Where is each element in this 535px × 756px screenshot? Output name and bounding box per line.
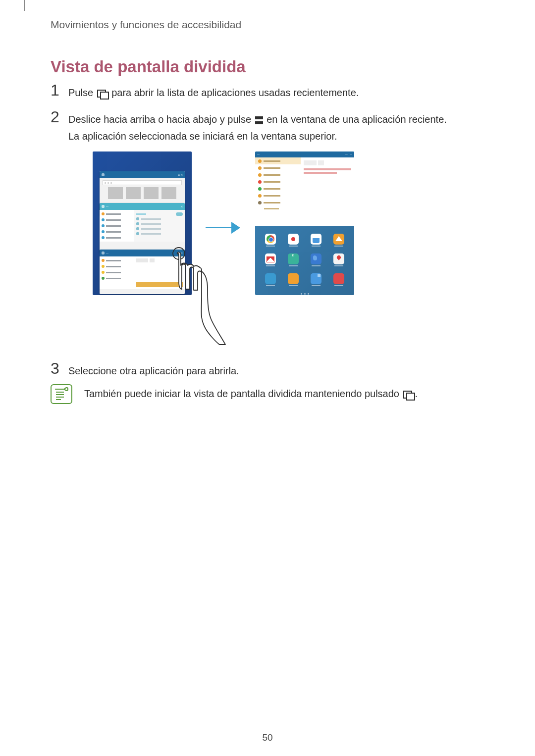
photos-icon [265,273,276,284]
chrome-icon [265,234,276,245]
recent-card-files: —▣ ✕ [100,250,185,294]
chat-icon [288,253,299,264]
split-view-illustration: —▣ ✕ —✕ [93,151,439,350]
note-icon [51,384,72,404]
app-selection-grid [255,228,354,295]
split-screen-icon [255,116,263,124]
right-app-header: —— — [255,151,354,157]
right-app-sidebar [255,151,301,226]
store-icon [311,234,321,245]
page-crop-mark [24,0,25,11]
gmail-icon [265,253,276,264]
page-header: Movimientos y funciones de accesibilidad [51,19,241,31]
note-pre: También puede iniciar la vista de pantal… [84,388,402,399]
step-1-pre: Pulse [68,87,96,98]
step-2-line1-pre: Deslice hacia arriba o hacia abajo y pul… [68,114,254,125]
step-2-line1-post: en la ventana de una aplicación reciente… [264,114,447,125]
recent-apps-icon [403,391,414,398]
step-2: 2 Deslice hacia arriba o hacia abajo y p… [51,108,447,145]
doc-icon [311,273,321,284]
step-number-3: 3 [51,359,59,378]
apps-icon [333,273,344,284]
step-2-line2: La aplicación seleccionada se iniciará e… [68,131,337,142]
arrow-right-icon [206,222,240,234]
step-1: 1 Pulse para abrir la lista de aplicacio… [51,81,359,101]
step-number-1: 1 [51,81,59,100]
note-text: También puede iniciar la vista de pantal… [84,384,418,400]
record-icon [288,234,299,245]
section-title: Vista de pantalla dividida [51,57,246,76]
gallery-icon [333,234,344,245]
step-1-text: Pulse para abrir la lista de aplicacione… [68,81,359,101]
tablet-left: —▣ ✕ —✕ [93,151,192,295]
step-number-2: 2 [51,108,59,126]
step-3: 3 Seleccione otra aplicación para abrirl… [51,359,239,379]
right-app-main [301,151,354,226]
tablet-right: —— — [255,151,354,295]
maps-icon [333,253,344,264]
page-number: 50 [0,732,535,743]
globe-icon [311,253,321,264]
files-icon [288,273,299,284]
note-post: . [415,388,418,399]
recent-card-settings: —✕ [100,203,185,252]
step-1-post: para abrir la lista de aplicaciones usad… [109,87,359,98]
step-2-text: Deslice hacia arriba o hacia abajo y pul… [68,108,447,145]
recent-apps-icon [97,90,108,97]
step-3-text: Seleccione otra aplicación para abrirla. [68,359,239,379]
note-block: También puede iniciar la vista de pantal… [51,384,418,404]
